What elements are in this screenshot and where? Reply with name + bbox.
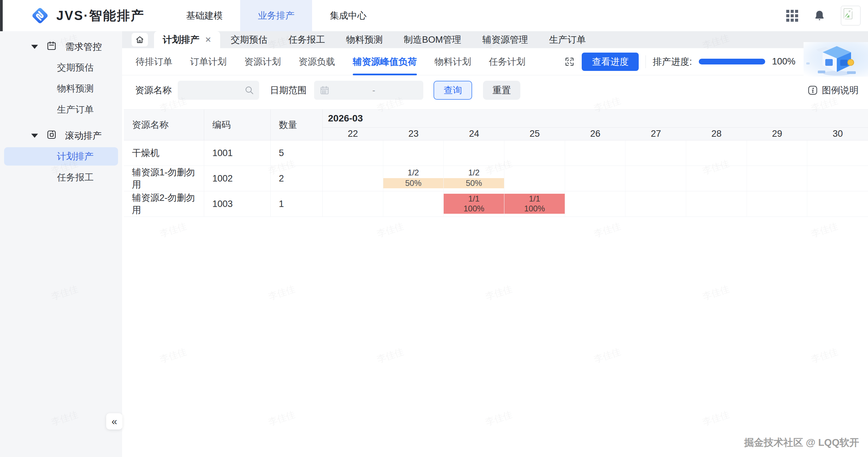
- fullscreen-icon[interactable]: [564, 56, 575, 67]
- chevron-down-icon: [31, 134, 38, 138]
- day-cell[interactable]: [625, 166, 686, 191]
- day-cell[interactable]: 1/250%: [383, 166, 444, 191]
- sidebar-group: 滚动排产计划排产任务报工: [0, 126, 122, 188]
- day-cell[interactable]: 1/250%: [444, 166, 504, 191]
- day-cell[interactable]: 1/1100%: [444, 191, 504, 216]
- day-cell[interactable]: [383, 191, 444, 216]
- subtab-item[interactable]: 资源计划: [244, 48, 281, 75]
- subtab-item[interactable]: 订单计划: [190, 48, 227, 75]
- day-cell[interactable]: [807, 166, 868, 191]
- sidebar-collapse-button[interactable]: «: [106, 413, 122, 430]
- tab-item[interactable]: 生产订单: [539, 31, 596, 48]
- day-header: 29: [747, 128, 808, 140]
- day-cell[interactable]: [747, 191, 808, 216]
- bell-icon[interactable]: [813, 9, 826, 22]
- home-icon: [135, 35, 144, 44]
- day-cell[interactable]: [444, 140, 504, 166]
- window-edge: [0, 0, 3, 31]
- subtab-item[interactable]: 待排订单: [136, 48, 172, 75]
- day-cell[interactable]: [504, 166, 565, 191]
- top-nav-item[interactable]: 集成中心: [312, 0, 384, 31]
- sidebar-item-link[interactable]: 交期预估: [0, 57, 122, 78]
- tab-close-icon[interactable]: ✕: [205, 35, 211, 44]
- day-cell[interactable]: [807, 191, 868, 216]
- day-cell[interactable]: [565, 140, 626, 166]
- tab-strip: 计划排产 ✕ 交期预估任务报工物料预测制造BOM管理辅资源管理生产订单: [122, 31, 868, 48]
- cell-code: 1001: [204, 140, 271, 166]
- sidebar-item-link[interactable]: 生产订单: [0, 99, 122, 120]
- day-header: 24: [444, 128, 504, 140]
- subtab-item[interactable]: 资源负载: [298, 48, 335, 75]
- col-header-resource: 资源名称: [124, 110, 204, 140]
- day-cell[interactable]: [323, 191, 383, 216]
- top-nav-item[interactable]: 基础建模: [168, 0, 240, 31]
- day-cell[interactable]: [747, 166, 808, 191]
- apps-grid-icon[interactable]: [786, 10, 798, 22]
- tab-item[interactable]: 交期预估: [220, 31, 278, 48]
- day-cell[interactable]: [383, 140, 444, 166]
- sidebar-group-header[interactable]: 需求管控: [0, 37, 122, 57]
- toolbar: 查看进度 排产进度: 100%: [564, 47, 868, 77]
- day-cell[interactable]: [807, 140, 868, 166]
- month-label: 2026-03: [323, 110, 868, 128]
- subtab-item[interactable]: 任务计划: [489, 48, 525, 75]
- cube-illustration: [804, 42, 868, 77]
- main-area: 计划排产 ✕ 交期预估任务报工物料预测制造BOM管理辅资源管理生产订单 待排订单…: [122, 31, 868, 457]
- day-cell[interactable]: 1/1100%: [504, 191, 565, 216]
- home-tab-button[interactable]: [132, 33, 148, 46]
- filter-row: 资源名称 日期范围 - 查询: [122, 75, 868, 105]
- row-calendar: 1/250%1/250%: [323, 166, 868, 191]
- day-cell[interactable]: [625, 191, 686, 216]
- content-panel: 待排订单订单计划资源计划资源负载辅资源峰值负荷物料计划任务计划 查看进度 排产进…: [122, 48, 868, 457]
- broken-image-icon: [843, 8, 854, 20]
- progress-value: 100%: [772, 56, 795, 67]
- sidebar-item-link[interactable]: 物料预测: [0, 78, 122, 99]
- reset-button[interactable]: 重置: [483, 81, 520, 100]
- query-button[interactable]: 查询: [433, 81, 472, 100]
- date-range-input[interactable]: -: [314, 81, 423, 100]
- tab-item[interactable]: 任务报工: [278, 31, 335, 48]
- user-avatar-broken-image[interactable]: [841, 6, 861, 25]
- progress-fill: [699, 59, 765, 64]
- tab-item[interactable]: 制造BOM管理: [393, 31, 472, 48]
- subtab-active[interactable]: 辅资源峰值负荷: [353, 48, 417, 75]
- day-cell[interactable]: [323, 140, 383, 166]
- view-progress-button[interactable]: 查看进度: [582, 53, 639, 71]
- legend-label: 图例说明: [822, 84, 859, 96]
- table-row: 辅资源2-勿删勿用100311/1100%1/1100%: [124, 191, 868, 217]
- chevron-down-icon: [31, 45, 38, 49]
- day-cell[interactable]: [504, 140, 565, 166]
- day-cell[interactable]: [565, 166, 626, 191]
- cube-3d-graphic: [804, 42, 868, 77]
- day-cell[interactable]: [686, 140, 747, 166]
- resource-name-input[interactable]: [178, 81, 259, 100]
- legend-toggle[interactable]: 图例说明: [808, 75, 859, 105]
- tab-active[interactable]: 计划排产 ✕: [154, 31, 220, 48]
- tab-item[interactable]: 物料预测: [335, 31, 393, 48]
- sidebar-item-active[interactable]: 计划排产: [4, 147, 118, 166]
- day-cell[interactable]: [625, 140, 686, 166]
- sidebar-item-link[interactable]: 任务报工: [0, 167, 122, 188]
- top-nav-item[interactable]: 业务排产: [240, 0, 312, 31]
- col-header-code: 编码: [204, 110, 271, 140]
- subtab-item[interactable]: 物料计划: [435, 48, 471, 75]
- calendar-icon: [320, 85, 330, 95]
- day-cell[interactable]: [323, 166, 383, 191]
- search-icon[interactable]: [244, 85, 254, 95]
- day-cell[interactable]: [747, 140, 808, 166]
- cell-resource-name: 干燥机: [124, 140, 204, 166]
- load-ratio: 1/1: [468, 194, 479, 204]
- subtab-row: 待排订单订单计划资源计划资源负载辅资源峰值负荷物料计划任务计划 查看进度 排产进…: [122, 48, 868, 75]
- day-header: 30: [807, 128, 868, 140]
- day-cell[interactable]: [686, 191, 747, 216]
- row-calendar: 1/1100%1/1100%: [323, 191, 868, 216]
- tab-items: 交期预估任务报工物料预测制造BOM管理辅资源管理生产订单: [220, 31, 596, 48]
- day-cell[interactable]: [686, 166, 747, 191]
- sidebar-group-header[interactable]: 滚动排产: [0, 126, 122, 146]
- cell-resource-name: 辅资源1-勿删勿用: [124, 166, 204, 191]
- tab-item[interactable]: 辅资源管理: [472, 31, 539, 48]
- day-header: 27: [625, 128, 686, 140]
- day-cell[interactable]: [565, 191, 626, 216]
- table-body: 干燥机10015辅资源1-勿删勿用100221/250%1/250%辅资源2-勿…: [124, 140, 868, 217]
- cell-qty: 1: [271, 191, 323, 216]
